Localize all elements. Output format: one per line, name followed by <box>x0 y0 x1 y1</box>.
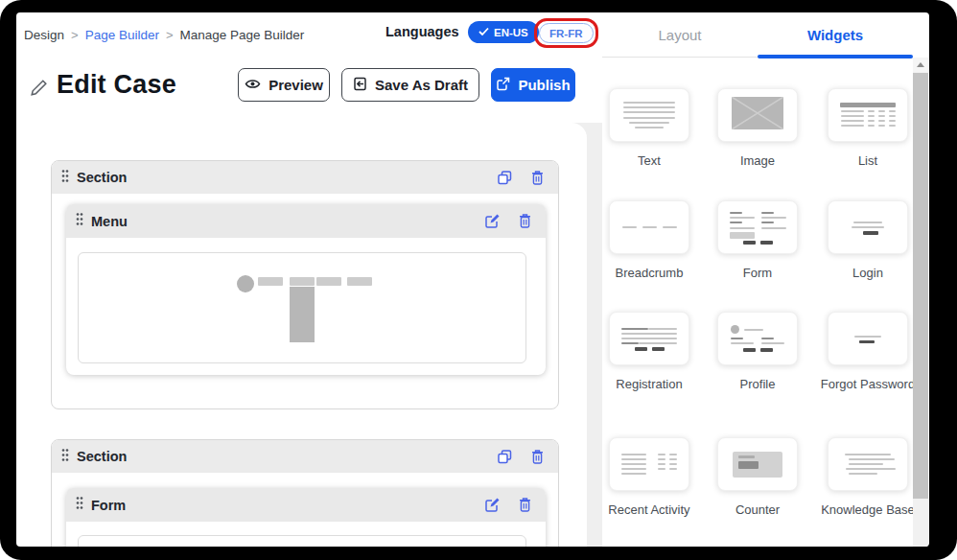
window-frame: Design > Page Builder > Manage Page Buil… <box>0 0 957 560</box>
widget-label: Login <box>852 265 883 282</box>
widget-card-profile[interactable] <box>717 312 798 365</box>
scrollbar-thumb[interactable] <box>913 73 928 499</box>
delete-icon[interactable] <box>530 170 545 186</box>
widget-title: Form <box>91 498 126 513</box>
section-title: Section <box>77 170 127 185</box>
drag-handle-icon[interactable] <box>76 212 83 230</box>
widget-card-knowledge-base[interactable] <box>828 437 908 491</box>
drag-handle-icon[interactable] <box>61 169 69 187</box>
tab-widgets[interactable]: Widgets <box>758 12 913 57</box>
widget-header: Menu <box>66 204 546 238</box>
list-widget-icon <box>840 103 896 128</box>
eye-icon <box>245 77 261 93</box>
profile-widget-icon <box>731 325 784 351</box>
page-title: Edit Case <box>57 70 176 100</box>
widget-label: Knowledge Base <box>821 502 915 519</box>
registration-widget-icon <box>621 326 677 350</box>
form-widget-preview <box>78 535 526 547</box>
breadcrumb: Design > Page Builder > Manage Page Buil… <box>24 25 304 44</box>
counter-widget-icon <box>733 452 782 478</box>
panel-tabs: Layout Widgets <box>602 12 913 58</box>
delete-icon[interactable] <box>518 497 532 513</box>
menu-dropdown-placeholder <box>290 287 315 342</box>
widget-card-image[interactable] <box>717 88 798 142</box>
form-widget-icon <box>730 210 786 244</box>
widget-label: Form <box>743 265 772 282</box>
widget-label: Image <box>740 152 775 170</box>
language-badge-label: FR-FR <box>549 28 583 39</box>
drag-handle-icon[interactable] <box>61 448 69 466</box>
menu-item-placeholder <box>290 277 315 286</box>
language-badge-label: EN-US <box>494 27 528 38</box>
publish-button-label: Publish <box>518 77 570 93</box>
active-tab-indicator <box>758 55 913 58</box>
canvas-section: Section Form <box>51 439 559 547</box>
widget-card-forgot-password[interactable] <box>828 312 908 365</box>
save-draft-icon <box>353 77 367 94</box>
section-header: Section <box>52 161 558 194</box>
publish-button[interactable]: Publish <box>491 68 575 102</box>
menu-widget-card: Menu <box>66 204 546 375</box>
widget-card-registration[interactable] <box>609 312 689 365</box>
language-badge-en-us[interactable]: EN-US <box>468 21 539 43</box>
scrollbar-up-arrow[interactable] <box>913 58 928 72</box>
widget-label: List <box>858 152 877 170</box>
edit-icon[interactable] <box>484 213 501 229</box>
widget-title: Menu <box>91 214 128 229</box>
widget-card-counter[interactable] <box>717 437 798 491</box>
breadcrumb-widget-icon <box>622 226 677 228</box>
red-highlight-annotation: FR-FR <box>534 18 598 48</box>
widget-card-text[interactable] <box>609 88 689 142</box>
widget-card-form[interactable] <box>717 200 798 254</box>
canvas-section: Section Menu <box>51 160 559 409</box>
widget-card-breadcrumb[interactable] <box>609 200 689 254</box>
widget-card-login[interactable] <box>828 200 908 254</box>
widget-label: Registration <box>616 376 682 393</box>
image-widget-icon <box>732 97 783 133</box>
save-as-draft-button-label: Save As Draft <box>375 77 468 93</box>
languages-label: Languages <box>385 24 459 39</box>
menu-item-placeholder <box>316 277 341 286</box>
breadcrumb-separator: > <box>166 28 174 42</box>
recent-activity-widget-icon <box>621 452 677 477</box>
widget-card-list[interactable] <box>828 88 908 142</box>
section-header: Section <box>52 440 558 473</box>
widget-card-recent-activity[interactable] <box>609 437 689 491</box>
menu-item-placeholder <box>347 277 372 286</box>
form-widget-card: Form <box>66 488 546 547</box>
forgot-password-widget-icon <box>854 334 881 343</box>
widget-header: Form <box>66 488 546 522</box>
tab-layout[interactable]: Layout <box>602 12 758 57</box>
edit-icon[interactable] <box>484 497 501 513</box>
knowledge-base-widget-icon <box>845 452 891 477</box>
check-icon <box>478 27 489 38</box>
duplicate-icon[interactable] <box>497 170 513 186</box>
delete-icon[interactable] <box>530 449 545 465</box>
menu-logo-placeholder <box>237 275 254 292</box>
breadcrumb-item-design[interactable]: Design <box>24 28 64 42</box>
save-as-draft-button[interactable]: Save As Draft <box>341 68 479 102</box>
tab-layout-label: Layout <box>658 27 701 43</box>
section-title: Section <box>77 449 127 464</box>
widget-label: Breadcrumb <box>616 265 684 282</box>
preview-button[interactable]: Preview <box>238 68 330 102</box>
widget-label: Counter <box>735 502 780 519</box>
publish-icon <box>496 77 510 94</box>
drag-handle-icon[interactable] <box>76 496 83 514</box>
breadcrumb-separator: > <box>71 28 79 42</box>
breadcrumb-item-page-builder[interactable]: Page Builder <box>85 28 159 42</box>
duplicate-icon[interactable] <box>497 449 513 465</box>
breadcrumb-item-manage-page-builder: Manage Page Builder <box>180 28 305 42</box>
login-widget-icon <box>852 220 884 235</box>
widget-label: Forgot Password <box>821 376 915 393</box>
app-content: Design > Page Builder > Manage Page Buil… <box>16 12 929 547</box>
edit-pencil-icon <box>30 79 48 101</box>
delete-icon[interactable] <box>518 213 532 229</box>
widget-label: Profile <box>740 376 776 393</box>
preview-button-label: Preview <box>268 77 323 93</box>
text-widget-icon <box>623 100 675 129</box>
menu-widget-preview <box>78 252 526 363</box>
widget-label: Recent Activity <box>608 502 689 519</box>
language-badge-fr-fr[interactable]: FR-FR <box>539 23 594 43</box>
widget-label: Text <box>638 152 661 170</box>
